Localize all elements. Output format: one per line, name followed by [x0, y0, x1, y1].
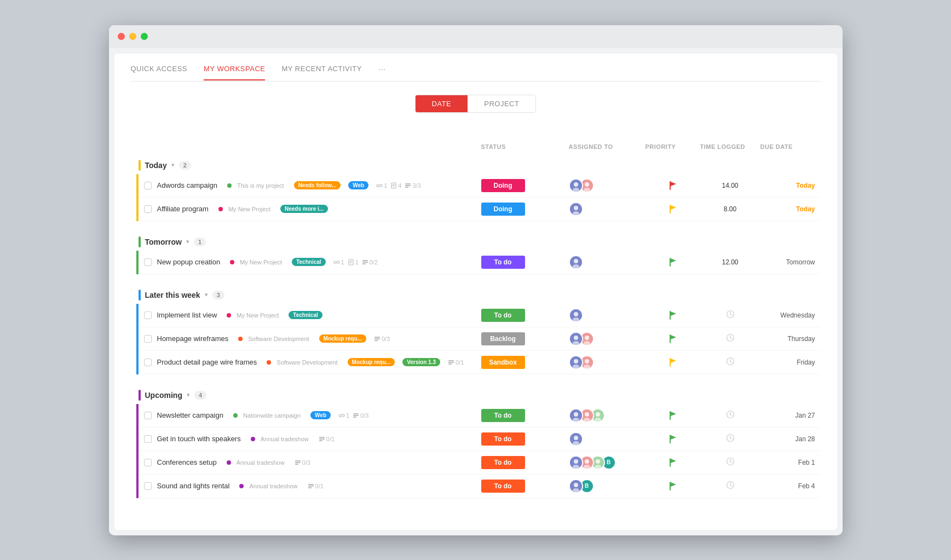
table-row[interactable]: Newsletter campaign Nationwide campaign …	[139, 404, 821, 428]
project-name: My New Project	[237, 312, 279, 319]
section-count-upcoming: 4	[194, 391, 206, 400]
svg-rect-86	[319, 438, 325, 440]
svg-rect-108	[670, 458, 671, 467]
section-chevron-tomorrow[interactable]: ▾	[186, 238, 189, 245]
svg-rect-113	[308, 484, 314, 485]
svg-line-95	[730, 438, 732, 439]
table-header: Status Assigned to Priority Time logged …	[131, 143, 821, 154]
priority-flag	[645, 458, 700, 467]
section-chevron-upcoming[interactable]: ▾	[187, 391, 190, 399]
clock-icon	[700, 357, 760, 367]
table-row[interactable]: Get in touch with speakers Annual trades…	[139, 428, 821, 451]
task-checkbox[interactable]	[144, 482, 152, 490]
due-date: Jan 28	[760, 435, 815, 443]
table-row[interactable]: Affiliate program My New Project Needs m…	[139, 198, 821, 221]
svg-point-58	[574, 359, 578, 363]
table-row[interactable]: Product detail page wire frames Software…	[139, 351, 821, 374]
due-date: Thursday	[760, 335, 815, 343]
section-count-today: 2	[179, 161, 191, 170]
task-checkbox[interactable]	[144, 335, 152, 343]
table-row[interactable]: Conferences setup Annual tradeshow 0/3 T…	[139, 451, 821, 475]
svg-rect-98	[295, 464, 298, 465]
assigned-avatars	[569, 202, 645, 216]
svg-marker-81	[671, 412, 676, 416]
svg-marker-36	[671, 311, 676, 316]
svg-rect-119	[670, 482, 671, 490]
due-date: Tomorrow	[760, 258, 815, 266]
project-view-button[interactable]: PROJECT	[468, 95, 535, 112]
svg-rect-80	[670, 411, 671, 420]
task-checkbox[interactable]	[144, 311, 152, 319]
time-logged: 8.00	[700, 205, 760, 213]
task-name: Get in touch with speakers	[157, 435, 241, 443]
due-date: Feb 4	[760, 482, 815, 490]
due-date: Today	[760, 182, 815, 189]
svg-point-89	[574, 436, 578, 440]
tab-my-recent-activity[interactable]: MY RECENT ACTIVITY	[281, 65, 362, 80]
task-name: Product detail page wire frames	[157, 358, 257, 366]
tab-my-workspace[interactable]: MY WORKSPACE	[204, 65, 265, 80]
date-view-button[interactable]: DATE	[416, 95, 468, 112]
task-checkbox[interactable]	[144, 258, 152, 266]
svg-marker-31	[671, 258, 676, 263]
tab-more[interactable]: ···	[378, 65, 385, 81]
section-title-tomorrow: Tomorrow	[145, 238, 182, 246]
task-checkbox[interactable]	[144, 182, 152, 189]
minimize-button[interactable]	[129, 33, 136, 40]
header-status: Status	[481, 143, 569, 150]
svg-rect-4	[405, 183, 411, 184]
status-badge: To do	[481, 409, 525, 422]
task-checkbox[interactable]	[144, 359, 152, 366]
priority-flag	[645, 334, 700, 343]
status-badge: To do	[481, 456, 525, 469]
tag: Web	[348, 181, 368, 189]
table-row[interactable]: Homepage wireframes Software Development…	[139, 327, 821, 351]
project-name: My New Project	[228, 206, 270, 212]
table-row[interactable]: Adwords campaign This is my project Need…	[139, 174, 821, 198]
svg-rect-40	[374, 337, 380, 338]
maximize-button[interactable]	[141, 33, 148, 40]
task-checkbox[interactable]	[144, 205, 152, 213]
assigned-avatars	[569, 178, 645, 193]
table-row[interactable]: Implement list view My New Project Techn…	[139, 304, 821, 327]
assigned-avatars: B	[569, 479, 645, 493]
svg-marker-50	[671, 335, 676, 339]
section-title-upcoming: Upcoming	[145, 391, 182, 400]
main-content: QUICK ACCESS MY WORKSPACE MY RECENT ACTI…	[114, 54, 837, 530]
status-badge: To do	[481, 480, 525, 493]
task-checkbox[interactable]	[144, 412, 152, 419]
project-name: My New Project	[240, 259, 282, 265]
priority-flag	[645, 181, 700, 190]
assigned-avatars	[569, 332, 645, 346]
close-button[interactable]	[118, 33, 125, 40]
table-row[interactable]: New popup creation My New Project Techni…	[139, 251, 821, 274]
project-name: This is my project	[237, 182, 284, 189]
section-chevron-later-this-week[interactable]: ▾	[205, 291, 208, 298]
header-assigned: Assigned to	[569, 143, 645, 150]
svg-rect-115	[308, 487, 312, 488]
project-name: Software Development	[248, 336, 309, 342]
table-row[interactable]: Sound and lights rental Annual tradeshow…	[139, 475, 821, 498]
tag: Version 1.3	[402, 358, 440, 366]
tab-quick-access[interactable]: QUICK ACCESS	[131, 65, 188, 80]
task-name: Sound and lights rental	[157, 482, 230, 490]
task-name: Affiliate program	[157, 205, 209, 213]
task-checkbox[interactable]	[144, 459, 152, 466]
section-body-tomorrow: New popup creation My New Project Techni…	[136, 251, 821, 274]
svg-point-78	[596, 412, 600, 417]
svg-point-75	[585, 412, 589, 417]
section-chevron-today[interactable]: ▾	[171, 161, 175, 169]
svg-rect-96	[295, 460, 301, 461]
task-checkbox[interactable]	[144, 435, 152, 443]
assigned-avatars: B	[569, 455, 645, 470]
project-dot	[227, 313, 231, 317]
titlebar	[109, 25, 843, 48]
status-badge: To do	[481, 309, 525, 322]
project-dot	[238, 337, 243, 341]
svg-line-67	[730, 361, 732, 362]
tag: Mockup requ...	[319, 334, 367, 343]
svg-rect-97	[295, 462, 301, 463]
section-upcoming: Upcoming ▾ 4 Newsletter campaign Nationw…	[131, 384, 821, 498]
svg-rect-18	[670, 205, 671, 213]
svg-point-103	[585, 459, 589, 464]
